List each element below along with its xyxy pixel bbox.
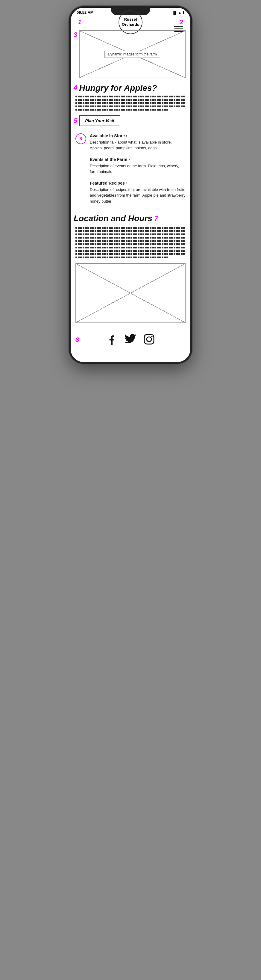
- logo-text: Russel Orchards: [122, 17, 139, 27]
- hero-placeholder-label: Dynamic images form the farm: [104, 51, 160, 58]
- instagram-icon[interactable]: [144, 334, 155, 346]
- card-content-recipes: Featured Recipes › Description of recipe…: [90, 181, 185, 204]
- status-icons: ▐▌ ▲ ▮: [172, 11, 184, 14]
- scribble-line: [76, 109, 169, 111]
- plan-visit-button[interactable]: Plan Your Visit: [79, 115, 120, 126]
- scribble-line: [76, 234, 185, 235]
- annotation-3: 3: [74, 30, 77, 38]
- scribble-line: [76, 227, 185, 229]
- scribble-line: [76, 253, 185, 255]
- card-title-text-events: Events at the Farm: [90, 157, 127, 162]
- twitter-icon[interactable]: [125, 334, 136, 346]
- chevron-icon-recipes: ›: [126, 181, 128, 186]
- card-title-text-recipes: Featured Recipes: [90, 181, 125, 186]
- card-content-store: Available In Store › Description talk ab…: [90, 134, 185, 151]
- card-desc-recipes: Description of recipes that are availabl…: [90, 187, 185, 204]
- info-card-recipes: Featured Recipes › Description of recipe…: [76, 181, 185, 204]
- card-desc-store: Description talk about what is available…: [90, 139, 185, 151]
- phone-frame: 09:52 AM ▐▌ ▲ ▮ 1 Russel Orchards 2: [69, 6, 192, 364]
- hero-image-placeholder: Dynamic images form the farm: [79, 30, 185, 78]
- info-card-events: Events at the Farm › Description of even…: [76, 157, 185, 175]
- info-cards: 6 Available In Store › Description talk …: [71, 134, 190, 209]
- annotation-6: 6: [76, 134, 86, 144]
- scribble-line: [76, 105, 185, 107]
- location-heading: Location and Hours: [74, 214, 152, 223]
- header: 1 Russel Orchards 2: [71, 16, 190, 30]
- scribble-line: [76, 243, 185, 245]
- battery-icon: ▮: [183, 11, 184, 14]
- card-desc-events: Description of events at the farm. Field…: [90, 163, 185, 175]
- phone-content: 1 Russel Orchards 2 3 Dynamic images: [71, 16, 190, 362]
- location-scribble: [76, 227, 185, 258]
- card-title-recipes[interactable]: Featured Recipes ›: [90, 181, 185, 186]
- annotation-5: 5: [74, 118, 77, 124]
- scribble-line: [76, 95, 185, 97]
- annotation-4: 4: [74, 83, 77, 91]
- social-section: 8: [71, 329, 190, 353]
- annotation-8: 8: [76, 337, 79, 343]
- card-title-events[interactable]: Events at the Farm ›: [90, 157, 185, 162]
- hamburger-line-1: [174, 26, 183, 27]
- wifi-icon: ▲: [178, 11, 181, 14]
- card-content-events: Events at the Farm › Description of even…: [90, 157, 185, 175]
- main-heading: Hungry for Apples?: [79, 83, 157, 93]
- body-text-section: [71, 95, 190, 115]
- location-section: Location and Hours 7: [71, 209, 190, 227]
- hamburger-line-2: [174, 29, 183, 29]
- scribble-line: [76, 237, 185, 239]
- time-display: 09:52 AM: [77, 10, 94, 15]
- card-title-text-store: Available In Store: [90, 134, 125, 138]
- facebook-icon[interactable]: [106, 334, 117, 346]
- heading-section: 4 Hungry for Apples?: [71, 83, 190, 95]
- chevron-icon-events: ›: [128, 157, 130, 162]
- annotation-7: 7: [154, 214, 158, 222]
- card-icon-area-store: 6: [76, 134, 86, 144]
- location-image-placeholder: [76, 263, 185, 323]
- svg-rect-0: [144, 334, 154, 344]
- scribble-line: [76, 230, 185, 232]
- scribble-line: [76, 240, 185, 242]
- hero-section: 3 Dynamic images form the farm: [71, 30, 190, 78]
- cta-section: 5 Plan Your Visit: [71, 115, 190, 134]
- location-text: [71, 227, 190, 263]
- scribble-line: [76, 247, 185, 248]
- scribble-line: [76, 256, 169, 258]
- chevron-icon-store: ›: [126, 134, 128, 138]
- annotation-2: 2: [180, 19, 183, 25]
- scribble-line: [76, 99, 185, 101]
- svg-point-2: [152, 336, 153, 337]
- signal-icon: ▐▌: [172, 11, 177, 14]
- card-title-store[interactable]: Available In Store ›: [90, 134, 185, 138]
- scribble-line: [76, 102, 185, 104]
- scribble-line: [76, 250, 185, 252]
- body-scribble: [76, 95, 185, 111]
- svg-point-1: [147, 337, 152, 342]
- info-card-store: 6 Available In Store › Description talk …: [76, 134, 185, 151]
- annotation-2-area: 2: [174, 19, 183, 32]
- annotation-1: 1: [78, 19, 81, 25]
